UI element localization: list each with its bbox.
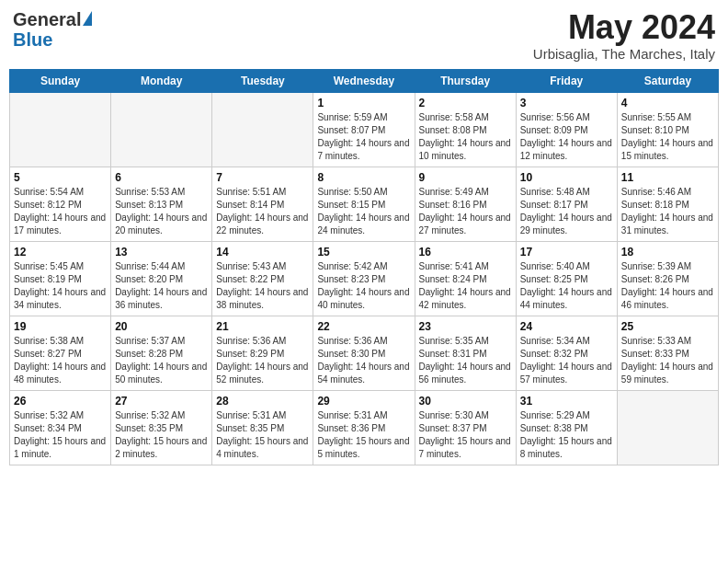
calendar-cell: 8Sunrise: 5:50 AMSunset: 8:15 PMDaylight… (313, 167, 415, 241)
day-number: 6 (115, 171, 208, 184)
day-detail: Sunrise: 5:32 AMSunset: 8:35 PMDaylight:… (115, 409, 208, 461)
day-number: 1 (317, 97, 410, 109)
calendar-cell: 5Sunrise: 5:54 AMSunset: 8:12 PMDaylight… (10, 167, 111, 241)
calendar-cell: 28Sunrise: 5:31 AMSunset: 8:35 PMDayligh… (212, 390, 313, 465)
day-number: 21 (216, 320, 309, 333)
logo: General Blue (13, 9, 92, 50)
day-number: 17 (520, 246, 613, 259)
day-number: 14 (216, 246, 309, 259)
day-detail: Sunrise: 5:36 AMSunset: 8:30 PMDaylight:… (317, 335, 410, 386)
calendar-cell: 2Sunrise: 5:58 AMSunset: 8:08 PMDaylight… (415, 92, 516, 167)
day-number: 13 (115, 246, 208, 259)
calendar-cell: 21Sunrise: 5:36 AMSunset: 8:29 PMDayligh… (212, 316, 313, 390)
day-detail: Sunrise: 5:36 AMSunset: 8:29 PMDaylight:… (216, 335, 309, 386)
day-detail: Sunrise: 5:49 AMSunset: 8:16 PMDaylight:… (419, 186, 512, 237)
day-detail: Sunrise: 5:35 AMSunset: 8:31 PMDaylight:… (419, 335, 512, 386)
calendar-cell: 12Sunrise: 5:45 AMSunset: 8:19 PMDayligh… (10, 241, 111, 316)
day-number: 29 (317, 395, 410, 408)
calendar-cell: 27Sunrise: 5:32 AMSunset: 8:35 PMDayligh… (111, 390, 212, 465)
column-header-sunday: Sunday (10, 69, 111, 92)
day-number: 25 (621, 320, 714, 333)
calendar-table: SundayMondayTuesdayWednesdayThursdayFrid… (9, 69, 719, 465)
column-header-thursday: Thursday (415, 69, 516, 92)
day-number: 31 (520, 395, 613, 408)
day-detail: Sunrise: 5:45 AMSunset: 8:19 PMDaylight:… (14, 260, 107, 312)
calendar-week-2: 12Sunrise: 5:45 AMSunset: 8:19 PMDayligh… (10, 241, 719, 316)
calendar-cell (111, 92, 212, 167)
day-detail: Sunrise: 5:40 AMSunset: 8:25 PMDaylight:… (520, 260, 613, 312)
calendar-cell: 18Sunrise: 5:39 AMSunset: 8:26 PMDayligh… (617, 241, 718, 316)
calendar-cell: 15Sunrise: 5:42 AMSunset: 8:23 PMDayligh… (313, 241, 415, 316)
day-detail: Sunrise: 5:29 AMSunset: 8:38 PMDaylight:… (520, 409, 613, 461)
day-number: 7 (216, 171, 309, 184)
day-detail: Sunrise: 5:59 AMSunset: 8:07 PMDaylight:… (317, 111, 410, 163)
day-detail: Sunrise: 5:44 AMSunset: 8:20 PMDaylight:… (115, 260, 208, 312)
day-number: 5 (14, 171, 107, 184)
calendar-cell: 7Sunrise: 5:51 AMSunset: 8:14 PMDaylight… (212, 167, 313, 241)
day-number: 11 (621, 171, 714, 184)
day-number: 15 (317, 246, 410, 259)
day-detail: Sunrise: 5:38 AMSunset: 8:27 PMDaylight:… (14, 335, 107, 386)
day-detail: Sunrise: 5:53 AMSunset: 8:13 PMDaylight:… (115, 186, 208, 237)
calendar-cell: 16Sunrise: 5:41 AMSunset: 8:24 PMDayligh… (415, 241, 516, 316)
day-detail: Sunrise: 5:31 AMSunset: 8:35 PMDaylight:… (216, 409, 309, 461)
calendar-cell: 20Sunrise: 5:37 AMSunset: 8:28 PMDayligh… (111, 316, 212, 390)
day-number: 8 (317, 171, 410, 184)
location-title: Urbisaglia, The Marches, Italy (533, 46, 715, 62)
day-number: 3 (520, 97, 613, 109)
calendar-header-row: SundayMondayTuesdayWednesdayThursdayFrid… (10, 69, 719, 92)
calendar-week-3: 19Sunrise: 5:38 AMSunset: 8:27 PMDayligh… (10, 316, 719, 390)
day-number: 26 (14, 395, 107, 408)
day-detail: Sunrise: 5:32 AMSunset: 8:34 PMDaylight:… (14, 409, 107, 461)
day-number: 30 (419, 395, 512, 408)
calendar-cell: 23Sunrise: 5:35 AMSunset: 8:31 PMDayligh… (415, 316, 516, 390)
calendar-cell: 6Sunrise: 5:53 AMSunset: 8:13 PMDaylight… (111, 167, 212, 241)
day-detail: Sunrise: 5:42 AMSunset: 8:23 PMDaylight:… (317, 260, 410, 312)
calendar-cell: 4Sunrise: 5:55 AMSunset: 8:10 PMDaylight… (617, 92, 718, 167)
day-number: 12 (14, 246, 107, 259)
column-header-friday: Friday (516, 69, 617, 92)
day-number: 28 (216, 395, 309, 408)
column-header-wednesday: Wednesday (313, 69, 415, 92)
day-number: 22 (317, 320, 410, 333)
day-detail: Sunrise: 5:34 AMSunset: 8:32 PMDaylight:… (520, 335, 613, 386)
calendar-cell (212, 92, 313, 167)
logo-general: General (13, 9, 81, 29)
column-header-monday: Monday (111, 69, 212, 92)
day-detail: Sunrise: 5:48 AMSunset: 8:17 PMDaylight:… (520, 186, 613, 237)
calendar-cell (10, 92, 111, 167)
logo-blue: Blue (13, 29, 52, 50)
calendar-cell: 22Sunrise: 5:36 AMSunset: 8:30 PMDayligh… (313, 316, 415, 390)
day-number: 19 (14, 320, 107, 333)
day-detail: Sunrise: 5:37 AMSunset: 8:28 PMDaylight:… (115, 335, 208, 386)
calendar-week-0: 1Sunrise: 5:59 AMSunset: 8:07 PMDaylight… (10, 92, 719, 167)
logo-triangle-icon (83, 11, 92, 26)
day-detail: Sunrise: 5:31 AMSunset: 8:36 PMDaylight:… (317, 409, 410, 461)
day-detail: Sunrise: 5:39 AMSunset: 8:26 PMDaylight:… (621, 260, 714, 312)
month-title: May 2024 (533, 9, 715, 46)
day-number: 24 (520, 320, 613, 333)
calendar-cell: 26Sunrise: 5:32 AMSunset: 8:34 PMDayligh… (10, 390, 111, 465)
calendar-cell (617, 390, 718, 465)
calendar-cell: 30Sunrise: 5:30 AMSunset: 8:37 PMDayligh… (415, 390, 516, 465)
day-detail: Sunrise: 5:41 AMSunset: 8:24 PMDaylight:… (419, 260, 512, 312)
day-number: 18 (621, 246, 714, 259)
day-detail: Sunrise: 5:55 AMSunset: 8:10 PMDaylight:… (621, 111, 714, 163)
day-number: 9 (419, 171, 512, 184)
calendar-cell: 13Sunrise: 5:44 AMSunset: 8:20 PMDayligh… (111, 241, 212, 316)
day-detail: Sunrise: 5:30 AMSunset: 8:37 PMDaylight:… (419, 409, 512, 461)
day-detail: Sunrise: 5:54 AMSunset: 8:12 PMDaylight:… (14, 186, 107, 237)
column-header-saturday: Saturday (617, 69, 718, 92)
calendar-cell: 29Sunrise: 5:31 AMSunset: 8:36 PMDayligh… (313, 390, 415, 465)
day-detail: Sunrise: 5:58 AMSunset: 8:08 PMDaylight:… (419, 111, 512, 163)
day-detail: Sunrise: 5:43 AMSunset: 8:22 PMDaylight:… (216, 260, 309, 312)
day-detail: Sunrise: 5:46 AMSunset: 8:18 PMDaylight:… (621, 186, 714, 237)
calendar-body: 1Sunrise: 5:59 AMSunset: 8:07 PMDaylight… (10, 92, 719, 465)
day-number: 27 (115, 395, 208, 408)
calendar-cell: 14Sunrise: 5:43 AMSunset: 8:22 PMDayligh… (212, 241, 313, 316)
day-number: 10 (520, 171, 613, 184)
calendar-cell: 31Sunrise: 5:29 AMSunset: 8:38 PMDayligh… (516, 390, 617, 465)
day-number: 4 (621, 97, 714, 109)
calendar-week-1: 5Sunrise: 5:54 AMSunset: 8:12 PMDaylight… (10, 167, 719, 241)
calendar-cell: 10Sunrise: 5:48 AMSunset: 8:17 PMDayligh… (516, 167, 617, 241)
